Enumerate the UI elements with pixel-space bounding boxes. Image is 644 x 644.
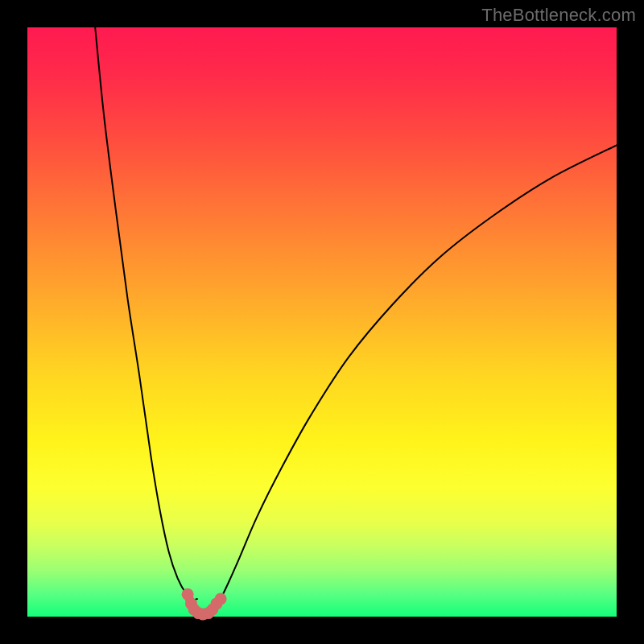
notch-marker-dot <box>215 593 227 605</box>
chart-frame: TheBottleneck.com <box>0 0 644 644</box>
curve-right-branch <box>221 145 617 599</box>
notch-markers <box>182 588 227 621</box>
watermark-text: TheBottleneck.com <box>481 5 636 26</box>
chart-svg <box>27 27 617 617</box>
plot-area <box>27 27 617 617</box>
curve-left-branch <box>95 27 197 600</box>
